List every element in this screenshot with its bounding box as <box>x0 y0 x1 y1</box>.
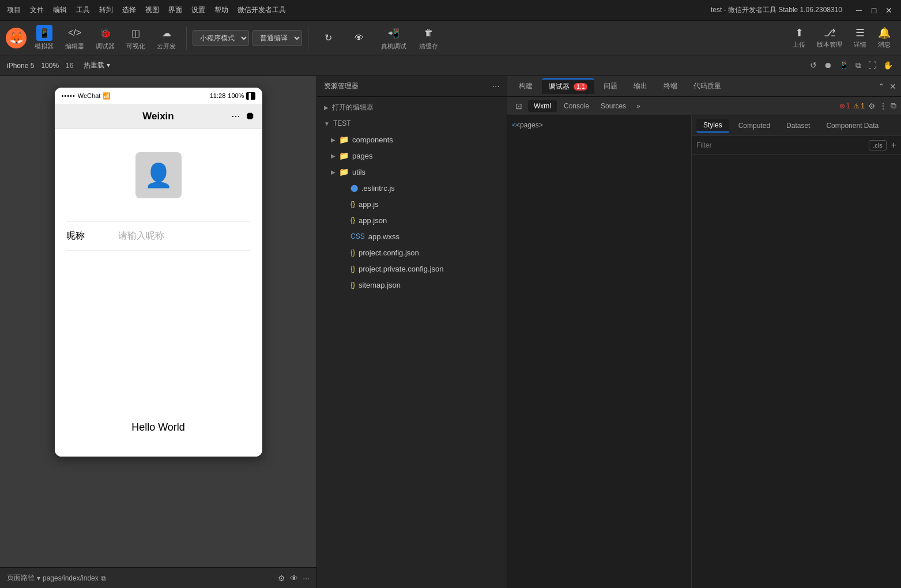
warn-icon: ⚠ <box>853 102 859 110</box>
dots-icon[interactable]: ··· <box>303 574 310 583</box>
form-row-nickname: 昵称 请输入昵称 <box>66 222 251 251</box>
preview-button[interactable]: 👁 <box>345 28 373 48</box>
appjson-label: app.json <box>359 216 387 225</box>
detail-button[interactable]: ☰ 详情 <box>849 24 871 51</box>
message-button[interactable]: 🔔 消息 <box>873 24 895 51</box>
appjs-file[interactable]: {} app.js <box>317 196 507 212</box>
tab-output[interactable]: 输出 <box>627 79 654 93</box>
fullscreen-icon[interactable]: ⛶ <box>867 59 877 71</box>
appwxss-label: app.wxss <box>368 232 399 241</box>
styles-tab-computed[interactable]: Computed <box>732 119 777 132</box>
open-editors-label: 打开的编辑器 <box>332 103 374 112</box>
wxml-tab-more[interactable]: » <box>632 100 645 112</box>
explorer-more-button[interactable]: ··· <box>492 81 500 92</box>
menu-help[interactable]: 帮助 <box>214 5 228 15</box>
avatar-button[interactable]: 🦊 <box>6 28 27 48</box>
sitemap-file[interactable]: {} sitemap.json <box>317 277 507 293</box>
tab-terminal[interactable]: 终端 <box>657 79 684 93</box>
menu-goto[interactable]: 转到 <box>99 5 113 15</box>
wxml-tab-console[interactable]: Console <box>558 100 595 112</box>
upload-button[interactable]: ⬆ 上传 <box>788 24 810 51</box>
styles-tab-dataset[interactable]: Dataset <box>779 119 817 132</box>
eye-icon[interactable]: 👁 <box>290 574 298 583</box>
inspect-icon[interactable]: ⊡ <box>512 99 526 113</box>
minimize-button[interactable]: ─ <box>854 5 864 16</box>
tab-codequality[interactable]: 代码质量 <box>687 79 728 93</box>
appwxss-file[interactable]: CSS app.wxss <box>317 228 507 244</box>
cloud-button[interactable]: ☁ 云开发 <box>152 22 180 53</box>
tab-build[interactable]: 构建 <box>512 79 540 93</box>
devtools-more-icon[interactable]: ⋮ <box>879 101 887 111</box>
menu-project[interactable]: 项目 <box>7 5 21 15</box>
simulator-button[interactable]: 📱 模拟器 <box>30 22 58 53</box>
components-folder[interactable]: ▶ 📁 components <box>317 131 507 148</box>
pages-folder[interactable]: ▶ 📁 pages <box>317 148 507 164</box>
styles-tab-styles[interactable]: Styles <box>696 119 729 133</box>
add-rule-button[interactable]: + <box>891 140 896 150</box>
phone-footer-text: Hello World <box>120 410 197 445</box>
phone-icon[interactable]: 📱 <box>838 59 850 71</box>
utils-folder[interactable]: ▶ 📁 utils <box>317 164 507 180</box>
clear-button[interactable]: 🗑 清缓存 <box>414 22 443 53</box>
appjson-file[interactable]: {} app.json <box>317 212 507 228</box>
devtools-newwindow-icon[interactable]: ⧉ <box>891 101 896 111</box>
wxml-tab-wxml[interactable]: Wxml <box>528 100 557 112</box>
phone-form: 昵称 请输入昵称 <box>66 221 251 251</box>
refresh-button[interactable]: ↻ <box>314 28 342 48</box>
visual-button[interactable]: ◫ 可视化 <box>122 22 150 53</box>
menu-view[interactable]: 视图 <box>145 5 159 15</box>
rotate-icon[interactable]: ↺ <box>809 59 818 71</box>
mode-select[interactable]: 小程序模式 <box>193 30 249 46</box>
tab-debugger[interactable]: 调试器 1.1 <box>542 78 594 94</box>
phone-status-left: ••••• WeChat 📶 <box>62 92 111 100</box>
compile-icon[interactable]: ⚙ <box>278 574 285 583</box>
menu-settings[interactable]: 设置 <box>191 5 205 15</box>
components-label: components <box>352 135 393 144</box>
new-tab-icon[interactable]: ⧉ <box>101 574 106 582</box>
projectconfig-file[interactable]: {} project.config.json <box>317 244 507 261</box>
menu-wechat[interactable]: 微信开发者工具 <box>237 5 286 15</box>
toolbar-divider-1 <box>186 27 187 50</box>
split-icon[interactable]: ⧉ <box>854 59 862 71</box>
menu-ui[interactable]: 界面 <box>168 5 182 15</box>
editor-button[interactable]: </> 编辑器 <box>61 22 89 53</box>
menu-select[interactable]: 选择 <box>122 5 136 15</box>
compiler-select[interactable]: 普通编译 <box>252 30 302 46</box>
maximize-button[interactable]: □ <box>869 5 879 16</box>
pages-label: pages <box>352 152 372 160</box>
wxml-tab-sources[interactable]: Sources <box>596 100 631 112</box>
filter-input[interactable] <box>696 141 864 149</box>
json-icon-2: {} <box>350 248 355 257</box>
menu-file[interactable]: 文件 <box>30 5 44 15</box>
record-icon[interactable]: ⏺ <box>823 59 833 71</box>
debugger-badge: 1.1 <box>574 83 587 91</box>
toolbar-group-left: 📱 模拟器 </> 编辑器 🐞 调试器 ◫ 可视化 ☁ 云开发 <box>30 22 180 53</box>
panel-up-icon[interactable]: ⌃ <box>878 82 885 91</box>
panel-close-icon[interactable]: ✕ <box>889 82 896 91</box>
open-editors-arrow: ▶ <box>324 104 329 111</box>
sub-toolbar-right: ⊗ 1 ⚠ 1 ⚙ ⋮ ⧉ <box>839 101 896 111</box>
test-section-header[interactable]: ▼ TEST <box>317 115 507 131</box>
cls-button[interactable]: .cls <box>869 140 887 150</box>
nav-title: Weixin <box>142 111 174 122</box>
form-input-nickname[interactable]: 请输入昵称 <box>118 230 164 242</box>
touch-icon[interactable]: ✋ <box>882 59 894 71</box>
version-button[interactable]: ⎇ 版本管理 <box>812 24 847 51</box>
page-path: 页面路径 ▾ pages/index/index ⧉ <box>7 573 106 583</box>
open-editors-header[interactable]: ▶ 打开的编辑器 <box>317 99 507 115</box>
nav-more-icon[interactable]: ··· <box>231 110 240 122</box>
eslintrc-file[interactable]: ⬤ .eslintrc.js <box>317 180 507 196</box>
hotreload-button[interactable]: 热重载 ▾ <box>80 59 113 71</box>
close-button[interactable]: ✕ <box>884 5 894 16</box>
tab-issues[interactable]: 问题 <box>597 79 624 93</box>
test-section-label: TEST <box>333 119 351 127</box>
tree-item-pages[interactable]: <<pages> <box>507 120 691 130</box>
styles-tab-componentdata[interactable]: Component Data <box>819 119 885 132</box>
nav-record-icon[interactable]: ⏺ <box>245 110 255 122</box>
menu-tool[interactable]: 工具 <box>76 5 90 15</box>
debugger-button[interactable]: 🐞 调试器 <box>91 22 119 53</box>
realdevice-button[interactable]: 📲 真机调试 <box>376 22 411 53</box>
devtools-settings-icon[interactable]: ⚙ <box>868 101 876 111</box>
menu-edit[interactable]: 编辑 <box>53 5 67 15</box>
projectprivate-file[interactable]: {} project.private.config.json <box>317 261 507 277</box>
